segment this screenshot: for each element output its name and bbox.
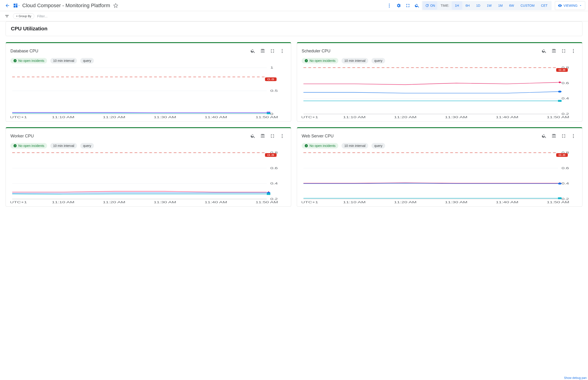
cards-grid: Database CPUNo open incidents10 min inte… <box>6 42 582 207</box>
x-tick-label: 11:30 AM <box>445 201 468 204</box>
svg-point-26 <box>282 134 283 135</box>
chart-fullscreen-button[interactable] <box>268 132 277 140</box>
time-range-1m[interactable]: 1M <box>495 1 506 10</box>
chart-more-button[interactable] <box>278 47 286 55</box>
fullscreen-button[interactable] <box>403 1 412 10</box>
favorite-button[interactable] <box>112 1 120 10</box>
auto-refresh-toggle[interactable]: ON <box>423 1 437 10</box>
chart-fullscreen-button[interactable] <box>268 47 277 55</box>
star-outline-icon <box>113 3 118 8</box>
threshold-label: 0.8 <box>559 69 565 71</box>
time-range-1w[interactable]: 1W <box>483 1 495 10</box>
chart-plot[interactable]: 00.510.8UTC+111:10 AM11:20 AM11:30 AM11:… <box>10 66 286 120</box>
interval-badge[interactable]: 10 min interval <box>50 143 77 149</box>
chart-zoom-button[interactable] <box>249 47 257 55</box>
y-tick-label: 0 <box>270 112 273 116</box>
interval-badge[interactable]: 10 min interval <box>342 58 368 63</box>
more-vert-icon <box>571 48 576 54</box>
svg-point-38 <box>573 134 574 135</box>
time-range-6w[interactable]: 6W <box>506 1 517 10</box>
chart-title: Database CPU <box>10 49 38 54</box>
incident-text: No open incidents <box>310 59 335 63</box>
chart-zoom-button[interactable] <box>540 47 548 55</box>
check-circle-icon <box>304 144 308 148</box>
chart-legend-button[interactable] <box>258 47 267 55</box>
group-by-chip[interactable]: + Group By <box>13 13 34 19</box>
threshold-label: 0.8 <box>267 154 274 156</box>
more-vert-icon <box>387 3 392 8</box>
interval-badge[interactable]: 10 min interval <box>50 58 77 63</box>
back-button[interactable] <box>3 1 12 10</box>
reset-zoom-button[interactable] <box>412 1 422 10</box>
chart-legend-button[interactable] <box>550 47 558 55</box>
chart-more-button[interactable] <box>569 47 578 55</box>
x-tick-label: 11:10 AM <box>343 201 366 204</box>
svg-point-41 <box>305 144 308 147</box>
chart-zoom-button[interactable] <box>540 132 548 140</box>
time-range-cet[interactable]: CET <box>538 1 551 10</box>
svg-point-28 <box>282 137 283 138</box>
caret-down-icon <box>18 4 20 7</box>
incident-badge[interactable]: No open incidents <box>10 58 47 63</box>
legend-icon <box>260 133 265 139</box>
x-tick-label: UTC+1 <box>302 116 318 119</box>
time-range-bar: ON TIME: 1H6H1D1W1M6WCUSTOMCET <box>422 1 552 10</box>
y-tick-label: 0.5 <box>270 89 278 93</box>
chart-zoom-button[interactable] <box>249 132 257 140</box>
y-tick-label: 0.4 <box>562 97 569 100</box>
more-vert-icon <box>571 133 576 139</box>
viewing-label: VIEWING <box>563 4 578 7</box>
filter-menu-button[interactable] <box>3 12 11 20</box>
svg-point-29 <box>13 144 17 147</box>
x-tick-label: 11:40 AM <box>496 201 518 204</box>
filter-list-icon <box>5 14 9 19</box>
incident-badge[interactable]: No open incidents <box>10 143 47 149</box>
chart-more-button[interactable] <box>278 132 286 140</box>
svg-point-48 <box>558 183 562 184</box>
check-circle-icon <box>13 59 17 63</box>
top-toolbar: Cloud Composer - Monitoring Platform ON … <box>0 0 588 11</box>
filter-input[interactable] <box>36 14 585 18</box>
x-tick-label: 11:40 AM <box>496 116 518 119</box>
svg-point-1 <box>389 5 390 6</box>
query-badge[interactable]: query <box>80 143 94 149</box>
section-header-card: CPU Utilization <box>6 21 582 36</box>
chart-legend-button[interactable] <box>550 132 558 140</box>
incident-badge[interactable]: No open incidents <box>302 58 338 63</box>
query-badge[interactable]: query <box>372 143 385 149</box>
time-range-1d[interactable]: 1D <box>473 1 484 10</box>
page-title: Cloud Composer - Monitoring Platform <box>22 2 110 9</box>
filter-bar: + Group By <box>0 11 588 21</box>
svg-point-39 <box>573 135 574 136</box>
legend-icon <box>551 133 556 139</box>
time-range-custom[interactable]: CUSTOM <box>517 1 538 10</box>
range-buttons: 1H6H1D1W1M6WCUSTOMCET <box>452 1 551 10</box>
interval-badge[interactable]: 10 min interval <box>342 143 368 149</box>
more-options-button[interactable] <box>385 1 394 10</box>
chart-legend-button[interactable] <box>258 132 267 140</box>
chart-plot[interactable]: 0.20.40.60.80.8UTC+111:10 AM11:20 AM11:3… <box>302 151 578 205</box>
time-range-1h[interactable]: 1H <box>452 1 462 10</box>
viewing-mode-button[interactable]: VIEWING <box>555 1 585 10</box>
legend-icon <box>260 48 265 54</box>
query-badge[interactable]: query <box>80 58 94 63</box>
query-badge[interactable]: query <box>372 58 385 63</box>
y-tick-label: 1 <box>270 66 273 69</box>
caret-down-icon <box>579 4 582 7</box>
chart-plot[interactable]: 0.20.40.60.80.8UTC+111:10 AM11:20 AM11:3… <box>10 151 286 205</box>
time-range-6h[interactable]: 6H <box>462 1 473 10</box>
incident-badge[interactable]: No open incidents <box>302 143 338 149</box>
x-tick-label: 11:50 AM <box>255 201 278 204</box>
x-tick-label: 11:10 AM <box>52 201 75 204</box>
chart-plot[interactable]: 0.20.40.60.80.8UTC+111:10 AM11:20 AM11:3… <box>302 66 578 120</box>
x-tick-label: 11:30 AM <box>154 201 176 204</box>
zoom-reset-icon <box>250 48 255 54</box>
chart-card-scheduler_cpu: Scheduler CPUNo open incidents10 min int… <box>297 42 582 122</box>
chart-fullscreen-button[interactable] <box>559 47 568 55</box>
dashboard-selector-button[interactable] <box>12 1 21 10</box>
chart-more-button[interactable] <box>569 132 578 140</box>
dashboard-icon <box>13 3 18 8</box>
settings-button[interactable] <box>394 1 403 10</box>
zoom-reset-icon <box>250 133 255 139</box>
chart-fullscreen-button[interactable] <box>559 132 568 140</box>
